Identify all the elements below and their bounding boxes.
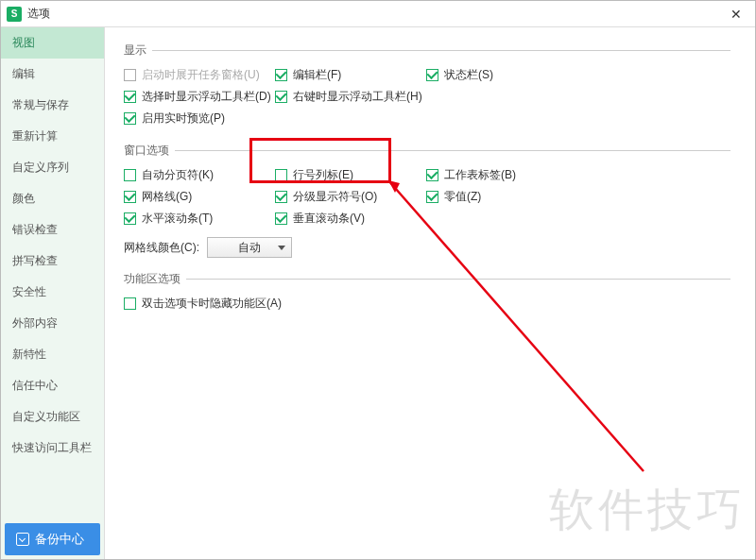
checkbox[interactable] [275, 69, 287, 81]
checkbox-label: 双击选项卡时隐藏功能区(A) [142, 296, 282, 312]
checkbox[interactable] [124, 112, 136, 125]
sidebar-item-12[interactable]: 自定义功能区 [1, 401, 104, 433]
section-ribbon-legend: 功能区选项 [124, 271, 736, 287]
titlebar: S 选项 ✕ [1, 1, 755, 27]
sidebar-list: 视图编辑常规与保存重新计算自定义序列颜色错误检查拼写检查安全性外部内容新特性信任… [1, 27, 104, 519]
checkbox[interactable] [275, 191, 287, 203]
display-option-1[interactable]: 编辑栏(F) [275, 64, 426, 86]
checkbox-label: 启动时展开任务窗格(U) [142, 67, 260, 83]
winopt-option-0[interactable]: 自动分页符(K) [124, 164, 275, 186]
checkbox[interactable] [426, 169, 438, 181]
gridline-color-value: 自动 [238, 240, 261, 256]
sidebar-item-10[interactable]: 新特性 [1, 339, 104, 370]
gridline-color-label: 网格线颜色(C): [124, 240, 199, 256]
dialog-body: 视图编辑常规与保存重新计算自定义序列颜色错误检查拼写检查安全性外部内容新特性信任… [1, 27, 755, 559]
winopt-option-3[interactable]: 网格线(G) [124, 186, 275, 208]
checkbox[interactable] [124, 169, 136, 181]
sidebar-item-11[interactable]: 信任中心 [1, 370, 104, 401]
checkbox[interactable] [124, 297, 136, 310]
winopt-option-1[interactable]: 行号列标(E) [275, 164, 426, 186]
checkbox[interactable] [275, 91, 287, 103]
checkbox-label: 工作表标签(B) [444, 167, 516, 183]
display-option-2[interactable]: 状态栏(S) [426, 64, 577, 86]
winopt-option-7[interactable]: 垂直滚动条(V) [275, 208, 426, 229]
ribbon-option-0[interactable]: 双击选项卡时隐藏功能区(A) [124, 293, 426, 314]
winopt-option-4[interactable]: 分级显示符号(O) [275, 186, 426, 208]
section-window-legend: 窗口选项 [124, 143, 736, 159]
backup-label: 备份中心 [35, 531, 84, 548]
checkbox[interactable] [124, 91, 136, 103]
winopt-option-6[interactable]: 水平滚动条(T) [124, 208, 275, 229]
checkbox-label: 编辑栏(F) [293, 67, 341, 83]
backup-center-button[interactable]: 备份中心 [5, 523, 100, 555]
winopt-option-2[interactable]: 工作表标签(B) [426, 164, 577, 186]
sidebar-item-1[interactable]: 编辑 [1, 59, 104, 90]
display-option-0: 启动时展开任务窗格(U) [124, 64, 275, 86]
checkbox[interactable] [426, 69, 438, 81]
sidebar-item-4[interactable]: 自定义序列 [1, 152, 104, 183]
close-button[interactable]: ✕ [723, 7, 749, 22]
checkbox-label: 状态栏(S) [444, 67, 493, 83]
sidebar-item-6[interactable]: 错误检查 [1, 214, 104, 246]
sidebar-item-13[interactable]: 快速访问工具栏 [1, 433, 104, 464]
sidebar-item-8[interactable]: 安全性 [1, 277, 104, 308]
sidebar-item-7[interactable]: 拼写检查 [1, 246, 104, 277]
winopt-option-5[interactable]: 零值(Z) [426, 186, 577, 208]
checkbox-label: 水平滚动条(T) [142, 211, 213, 227]
display-option-3[interactable]: 选择时显示浮动工具栏(D) [124, 86, 275, 108]
section-display: 显示 启动时展开任务窗格(U)编辑栏(F)状态栏(S)选择时显示浮动工具栏(D)… [124, 42, 736, 129]
options-dialog: S 选项 ✕ 视图编辑常规与保存重新计算自定义序列颜色错误检查拼写检查安全性外部… [0, 0, 756, 560]
watermark-text: 软件技巧 [549, 480, 746, 540]
checkbox-label: 选择时显示浮动工具栏(D) [142, 89, 271, 105]
checkbox[interactable] [275, 169, 287, 181]
section-ribbon-options: 功能区选项 双击选项卡时隐藏功能区(A) [124, 271, 736, 314]
checkbox[interactable] [124, 212, 136, 225]
section-display-legend: 显示 [124, 42, 736, 59]
sidebar-item-2[interactable]: 常规与保存 [1, 90, 104, 121]
sidebar: 视图编辑常规与保存重新计算自定义序列颜色错误检查拼写检查安全性外部内容新特性信任… [1, 27, 105, 559]
checkbox-label: 自动分页符(K) [142, 167, 214, 183]
checkbox-label: 垂直滚动条(V) [293, 211, 365, 227]
checkbox-label: 行号列标(E) [293, 167, 353, 183]
checkbox[interactable] [426, 191, 438, 203]
checkbox-label: 零值(Z) [444, 189, 481, 205]
sidebar-item-9[interactable]: 外部内容 [1, 308, 104, 339]
checkbox-label: 网格线(G) [142, 189, 192, 205]
checkbox[interactable] [275, 212, 287, 225]
content-panel: 显示 启动时展开任务窗格(U)编辑栏(F)状态栏(S)选择时显示浮动工具栏(D)… [105, 27, 755, 559]
checkbox[interactable] [124, 191, 136, 203]
display-option-5[interactable]: 启用实时预览(P) [124, 108, 426, 129]
display-option-4[interactable]: 右键时显示浮动工具栏(H) [275, 86, 445, 108]
backup-icon [16, 533, 29, 546]
checkbox-label: 启用实时预览(P) [142, 110, 225, 127]
sidebar-item-3[interactable]: 重新计算 [1, 121, 104, 152]
section-window-options: 窗口选项 自动分页符(K)行号列标(E)工作表标签(B)网格线(G)分级显示符号… [124, 143, 736, 258]
checkbox [124, 69, 136, 81]
window-title: 选项 [27, 6, 723, 22]
sidebar-item-0[interactable]: 视图 [1, 27, 104, 59]
app-icon: S [7, 7, 22, 22]
checkbox-label: 右键时显示浮动工具栏(H) [293, 89, 422, 105]
gridline-color-row: 网格线颜色(C): 自动 [124, 237, 736, 258]
sidebar-item-5[interactable]: 颜色 [1, 183, 104, 214]
gridline-color-dropdown[interactable]: 自动 [207, 237, 292, 258]
checkbox-label: 分级显示符号(O) [293, 189, 377, 205]
